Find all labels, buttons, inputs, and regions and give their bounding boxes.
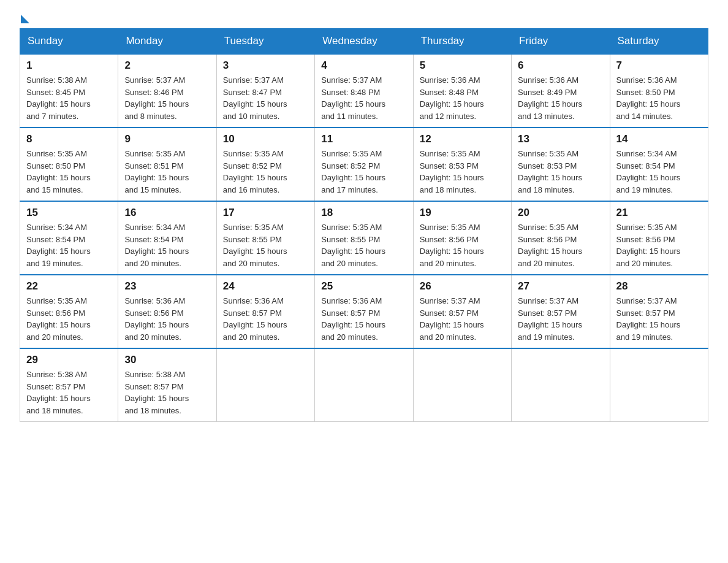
logo-text [20, 15, 29, 22]
day-number: 13 [518, 133, 603, 145]
calendar-cell: 8Sunrise: 5:35 AMSunset: 8:50 PMDaylight… [20, 128, 118, 201]
weekday-header-thursday: Thursday [413, 29, 511, 55]
calendar-cell: 28Sunrise: 5:37 AMSunset: 8:57 PMDayligh… [610, 275, 708, 348]
day-number: 16 [124, 207, 210, 219]
calendar-cell: 17Sunrise: 5:35 AMSunset: 8:55 PMDayligh… [216, 201, 314, 275]
day-info: Sunrise: 5:35 AMSunset: 8:53 PMDaylight:… [518, 148, 603, 196]
logo [20, 15, 29, 18]
calendar-cell: 30Sunrise: 5:38 AMSunset: 8:57 PMDayligh… [118, 348, 216, 422]
calendar-cell: 20Sunrise: 5:35 AMSunset: 8:56 PMDayligh… [512, 201, 610, 275]
weekday-header-tuesday: Tuesday [216, 29, 314, 55]
week-row-3: 15Sunrise: 5:34 AMSunset: 8:54 PMDayligh… [20, 201, 708, 275]
calendar-cell: 6Sunrise: 5:36 AMSunset: 8:49 PMDaylight… [512, 54, 610, 128]
day-info: Sunrise: 5:34 AMSunset: 8:54 PMDaylight:… [616, 148, 702, 196]
day-info: Sunrise: 5:35 AMSunset: 8:55 PMDaylight:… [321, 221, 406, 269]
day-number: 7 [616, 59, 702, 72]
calendar-cell: 14Sunrise: 5:34 AMSunset: 8:54 PMDayligh… [610, 128, 708, 201]
day-number: 26 [420, 280, 505, 293]
day-info: Sunrise: 5:38 AMSunset: 8:57 PMDaylight:… [26, 369, 112, 416]
day-info: Sunrise: 5:35 AMSunset: 8:51 PMDaylight:… [124, 148, 210, 196]
day-number: 30 [124, 354, 210, 366]
weekday-header-saturday: Saturday [610, 29, 708, 55]
day-info: Sunrise: 5:36 AMSunset: 8:49 PMDaylight:… [518, 74, 603, 122]
calendar-cell: 3Sunrise: 5:37 AMSunset: 8:47 PMDaylight… [216, 54, 314, 128]
calendar-header: SundayMondayTuesdayWednesdayThursdayFrid… [20, 29, 708, 55]
calendar-cell [315, 348, 413, 422]
calendar-cell: 4Sunrise: 5:37 AMSunset: 8:48 PMDaylight… [315, 54, 413, 128]
day-info: Sunrise: 5:36 AMSunset: 8:48 PMDaylight:… [420, 74, 505, 122]
day-info: Sunrise: 5:36 AMSunset: 8:56 PMDaylight:… [124, 295, 210, 343]
day-number: 8 [26, 133, 112, 145]
calendar-cell: 27Sunrise: 5:37 AMSunset: 8:57 PMDayligh… [512, 275, 610, 348]
weekday-header-row: SundayMondayTuesdayWednesdayThursdayFrid… [20, 29, 708, 55]
day-info: Sunrise: 5:37 AMSunset: 8:57 PMDaylight:… [420, 295, 505, 343]
day-info: Sunrise: 5:35 AMSunset: 8:56 PMDaylight:… [26, 295, 112, 343]
day-number: 3 [223, 59, 308, 72]
day-info: Sunrise: 5:34 AMSunset: 8:54 PMDaylight:… [26, 221, 112, 269]
day-info: Sunrise: 5:38 AMSunset: 8:45 PMDaylight:… [26, 74, 112, 122]
day-info: Sunrise: 5:36 AMSunset: 8:50 PMDaylight:… [616, 74, 702, 122]
calendar-cell [610, 348, 708, 422]
day-info: Sunrise: 5:37 AMSunset: 8:57 PMDaylight:… [616, 295, 702, 343]
day-number: 11 [321, 133, 406, 145]
day-number: 12 [420, 133, 505, 145]
day-info: Sunrise: 5:37 AMSunset: 8:47 PMDaylight:… [223, 74, 308, 122]
day-number: 10 [223, 133, 308, 145]
day-number: 15 [26, 207, 112, 219]
day-number: 17 [223, 207, 308, 219]
calendar-body: 1Sunrise: 5:38 AMSunset: 8:45 PMDaylight… [20, 54, 708, 422]
day-number: 4 [321, 59, 406, 72]
day-number: 24 [223, 280, 308, 293]
day-number: 22 [26, 280, 112, 293]
page-header [20, 15, 708, 18]
weekday-header-friday: Friday [512, 29, 610, 55]
day-info: Sunrise: 5:34 AMSunset: 8:54 PMDaylight:… [124, 221, 210, 269]
weekday-header-sunday: Sunday [20, 29, 118, 55]
calendar-cell: 18Sunrise: 5:35 AMSunset: 8:55 PMDayligh… [315, 201, 413, 275]
calendar-cell: 10Sunrise: 5:35 AMSunset: 8:52 PMDayligh… [216, 128, 314, 201]
day-number: 20 [518, 207, 603, 219]
day-number: 27 [518, 280, 603, 293]
calendar-cell: 15Sunrise: 5:34 AMSunset: 8:54 PMDayligh… [20, 201, 118, 275]
calendar-cell: 26Sunrise: 5:37 AMSunset: 8:57 PMDayligh… [413, 275, 511, 348]
day-info: Sunrise: 5:35 AMSunset: 8:52 PMDaylight:… [223, 148, 308, 196]
day-info: Sunrise: 5:35 AMSunset: 8:56 PMDaylight:… [616, 221, 702, 269]
week-row-5: 29Sunrise: 5:38 AMSunset: 8:57 PMDayligh… [20, 348, 708, 422]
day-info: Sunrise: 5:35 AMSunset: 8:56 PMDaylight:… [420, 221, 505, 269]
calendar-cell: 11Sunrise: 5:35 AMSunset: 8:52 PMDayligh… [315, 128, 413, 201]
day-info: Sunrise: 5:36 AMSunset: 8:57 PMDaylight:… [223, 295, 308, 343]
day-number: 28 [616, 280, 702, 293]
calendar-cell: 1Sunrise: 5:38 AMSunset: 8:45 PMDaylight… [20, 54, 118, 128]
day-info: Sunrise: 5:38 AMSunset: 8:57 PMDaylight:… [124, 369, 210, 416]
calendar-cell: 2Sunrise: 5:37 AMSunset: 8:46 PMDaylight… [118, 54, 216, 128]
day-info: Sunrise: 5:35 AMSunset: 8:56 PMDaylight:… [518, 221, 603, 269]
calendar-cell: 24Sunrise: 5:36 AMSunset: 8:57 PMDayligh… [216, 275, 314, 348]
day-number: 18 [321, 207, 406, 219]
week-row-1: 1Sunrise: 5:38 AMSunset: 8:45 PMDaylight… [20, 54, 708, 128]
day-number: 14 [616, 133, 702, 145]
day-info: Sunrise: 5:37 AMSunset: 8:48 PMDaylight:… [321, 74, 406, 122]
calendar-cell: 12Sunrise: 5:35 AMSunset: 8:53 PMDayligh… [413, 128, 511, 201]
calendar-cell: 23Sunrise: 5:36 AMSunset: 8:56 PMDayligh… [118, 275, 216, 348]
day-info: Sunrise: 5:35 AMSunset: 8:53 PMDaylight:… [420, 148, 505, 196]
weekday-header-wednesday: Wednesday [315, 29, 413, 55]
calendar-cell [413, 348, 511, 422]
calendar-cell [216, 348, 314, 422]
calendar-cell: 22Sunrise: 5:35 AMSunset: 8:56 PMDayligh… [20, 275, 118, 348]
calendar-cell [512, 348, 610, 422]
day-number: 19 [420, 207, 505, 219]
calendar-table: SundayMondayTuesdayWednesdayThursdayFrid… [20, 28, 708, 422]
calendar-cell: 13Sunrise: 5:35 AMSunset: 8:53 PMDayligh… [512, 128, 610, 201]
calendar-cell: 21Sunrise: 5:35 AMSunset: 8:56 PMDayligh… [610, 201, 708, 275]
week-row-4: 22Sunrise: 5:35 AMSunset: 8:56 PMDayligh… [20, 275, 708, 348]
day-info: Sunrise: 5:35 AMSunset: 8:50 PMDaylight:… [26, 148, 112, 196]
day-info: Sunrise: 5:37 AMSunset: 8:57 PMDaylight:… [518, 295, 603, 343]
day-info: Sunrise: 5:35 AMSunset: 8:55 PMDaylight:… [223, 221, 308, 269]
calendar-cell: 25Sunrise: 5:36 AMSunset: 8:57 PMDayligh… [315, 275, 413, 348]
day-number: 25 [321, 280, 406, 293]
day-number: 29 [26, 354, 112, 366]
calendar-cell: 19Sunrise: 5:35 AMSunset: 8:56 PMDayligh… [413, 201, 511, 275]
calendar-cell: 16Sunrise: 5:34 AMSunset: 8:54 PMDayligh… [118, 201, 216, 275]
day-info: Sunrise: 5:36 AMSunset: 8:57 PMDaylight:… [321, 295, 406, 343]
calendar-cell: 29Sunrise: 5:38 AMSunset: 8:57 PMDayligh… [20, 348, 118, 422]
